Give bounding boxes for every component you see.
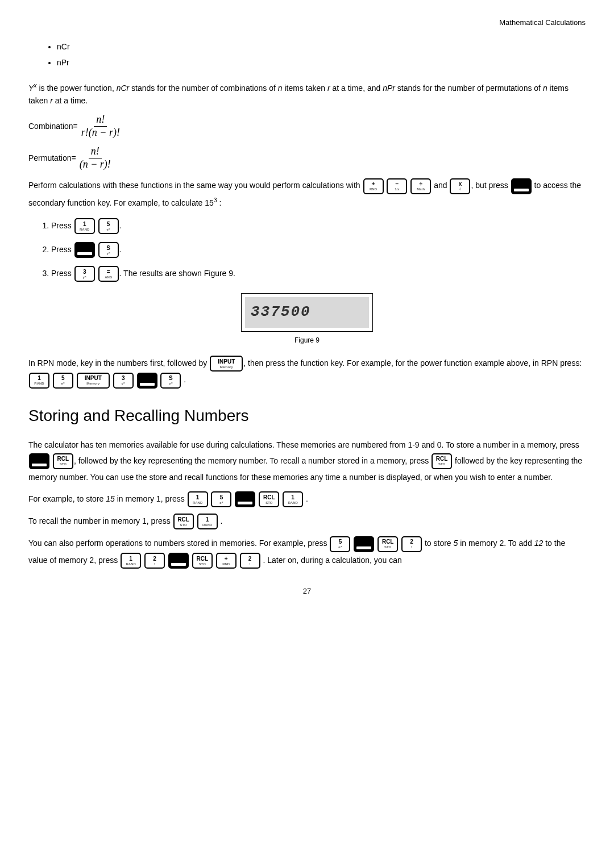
one-key: 1RAND bbox=[188, 491, 208, 507]
list-item: nCr bbox=[57, 40, 586, 53]
two-key: 2! bbox=[240, 553, 260, 569]
feature-list: nCr nPr bbox=[45, 40, 586, 69]
combination-formula: Combination= n! r!(n − r)! bbox=[28, 114, 586, 139]
two-key: 2! bbox=[144, 553, 165, 569]
memory-paragraph-2: For example, to store 15 in memory 1, pr… bbox=[28, 491, 586, 507]
rpn-paragraph: In RPN mode, key in the numbers first, f… bbox=[28, 355, 586, 389]
shift-key bbox=[137, 373, 157, 389]
minus-key: −1/x bbox=[387, 178, 407, 194]
five-key: 5eˣ bbox=[330, 536, 350, 552]
rcl-sto-key: RCLSTO bbox=[432, 453, 452, 469]
five-key: 5eˣ bbox=[98, 218, 119, 234]
shift-key bbox=[29, 453, 49, 469]
perform-paragraph: Perform calculations with these function… bbox=[28, 177, 586, 210]
display-value: 337500 bbox=[245, 297, 369, 328]
one-key: 1RAND bbox=[74, 218, 95, 234]
input-key: INPUTMemory bbox=[77, 373, 110, 389]
rcl-sto-key: RCLSTO bbox=[173, 514, 194, 529]
two-key: 2! bbox=[401, 536, 422, 552]
shift-key bbox=[74, 242, 95, 258]
permutation-formula: Permutation= n! (n − r)! bbox=[28, 145, 586, 170]
rcl-sto-key: RCLSTO bbox=[53, 453, 73, 469]
s-key: Syˣ bbox=[160, 373, 181, 389]
step-1: Press 1RAND 5eˣ. bbox=[51, 218, 586, 234]
plus-key: +RND bbox=[216, 553, 237, 569]
one-key: 1RAND bbox=[283, 491, 303, 507]
memory-paragraph-4: You can also perform operations to numbe… bbox=[28, 535, 586, 569]
one-key: 1RAND bbox=[121, 553, 141, 569]
steps-list: Press 1RAND 5eˣ. Press Syˣ. Press 3yˣ =A… bbox=[51, 218, 586, 282]
page-number: 27 bbox=[28, 586, 586, 598]
five-key: 5eˣ bbox=[211, 491, 231, 507]
page-header: Mathematical Calculations bbox=[28, 17, 586, 29]
rcl-sto-key: RCLSTO bbox=[377, 536, 398, 552]
intro-paragraph: Yx is the power function, nCr stands for… bbox=[28, 81, 586, 107]
five-key: 5eˣ bbox=[53, 373, 73, 389]
shift-key bbox=[168, 553, 189, 569]
step-2: Press Syˣ. bbox=[51, 242, 586, 258]
plus-key: +RND bbox=[363, 178, 384, 194]
memory-paragraph-3: To recall the number in memory 1, press … bbox=[28, 513, 586, 529]
three-key: 3yˣ bbox=[74, 266, 95, 282]
section-heading: Storing and Recalling Numbers bbox=[28, 403, 586, 429]
shift-key bbox=[354, 536, 374, 552]
list-item: nPr bbox=[57, 56, 586, 69]
figure-caption: Figure 9 bbox=[28, 335, 586, 346]
step-3: Press 3yˣ =ANS. The results are shown Fi… bbox=[51, 266, 586, 282]
s-key: Syˣ bbox=[98, 242, 119, 258]
var-y: Y bbox=[28, 83, 34, 92]
input-key: INPUTMemory bbox=[210, 356, 243, 372]
equals-key: =ANS bbox=[98, 266, 119, 282]
one-key: 1RAND bbox=[29, 373, 49, 389]
multiply-key: x√ bbox=[450, 178, 470, 194]
divide-key: ÷Math bbox=[410, 178, 431, 194]
one-key: 1RAND bbox=[197, 514, 218, 529]
three-key: 3yˣ bbox=[113, 373, 134, 389]
memory-paragraph-1: The calculator has ten memories availabl… bbox=[28, 437, 586, 485]
shift-key bbox=[235, 491, 255, 507]
rcl-sto-key: RCLSTO bbox=[259, 491, 279, 507]
shift-key bbox=[511, 178, 532, 194]
calculator-display: 337500 bbox=[241, 293, 373, 332]
rcl-sto-key: RCLSTO bbox=[192, 553, 213, 569]
